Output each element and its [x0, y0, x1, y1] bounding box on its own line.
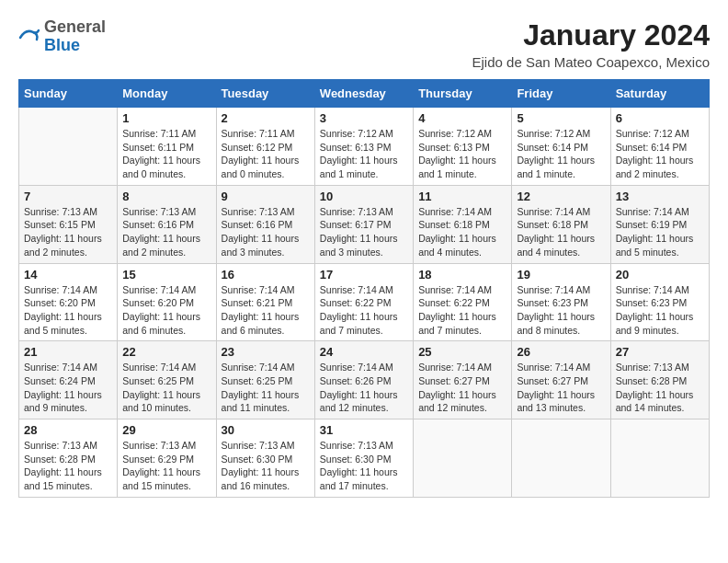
day-number: 18	[418, 268, 506, 282]
day-info: Sunrise: 7:13 AMSunset: 6:28 PMDaylight:…	[616, 361, 704, 415]
day-number: 16	[222, 268, 310, 282]
day-info: Sunrise: 7:14 AMSunset: 6:21 PMDaylight:…	[222, 283, 310, 338]
table-row: 18Sunrise: 7:14 AMSunset: 6:22 PMDayligh…	[414, 263, 512, 341]
day-info: Sunrise: 7:14 AMSunset: 6:23 PMDaylight:…	[616, 283, 704, 338]
month-title: January 2024	[472, 18, 710, 52]
table-row: 13Sunrise: 7:14 AMSunset: 6:19 PMDayligh…	[610, 185, 709, 263]
table-row: 16Sunrise: 7:14 AMSunset: 6:21 PMDayligh…	[216, 263, 314, 341]
day-number: 6	[616, 111, 704, 125]
logo-icon	[18, 27, 40, 49]
day-info: Sunrise: 7:14 AMSunset: 6:18 PMDaylight:…	[418, 205, 506, 259]
day-number: 20	[616, 268, 704, 282]
table-row: 5Sunrise: 7:12 AMSunset: 6:14 PMDaylight…	[512, 108, 610, 186]
logo: General Blue	[18, 18, 106, 55]
day-info: Sunrise: 7:14 AMSunset: 6:23 PMDaylight:…	[517, 283, 605, 338]
day-info: Sunrise: 7:13 AMSunset: 6:28 PMDaylight:…	[24, 439, 112, 493]
title-section: January 2024 Ejido de San Mateo Coapexco…	[472, 18, 710, 70]
calendar-table: Sunday Monday Tuesday Wednesday Thursday…	[18, 79, 710, 498]
day-info: Sunrise: 7:13 AMSunset: 6:29 PMDaylight:…	[122, 439, 210, 493]
day-info: Sunrise: 7:11 AMSunset: 6:11 PMDaylight:…	[122, 127, 210, 181]
day-info: Sunrise: 7:13 AMSunset: 6:16 PMDaylight:…	[122, 205, 210, 259]
day-info: Sunrise: 7:13 AMSunset: 6:30 PMDaylight:…	[320, 439, 408, 493]
table-row	[610, 419, 709, 498]
calendar-week-row: 28Sunrise: 7:13 AMSunset: 6:28 PMDayligh…	[19, 419, 710, 498]
table-row: 9Sunrise: 7:13 AMSunset: 6:16 PMDaylight…	[216, 185, 314, 263]
table-row: 7Sunrise: 7:13 AMSunset: 6:15 PMDaylight…	[19, 185, 118, 263]
table-row: 4Sunrise: 7:12 AMSunset: 6:13 PMDaylight…	[414, 108, 512, 186]
col-sunday: Sunday	[19, 80, 118, 108]
day-info: Sunrise: 7:13 AMSunset: 6:16 PMDaylight:…	[222, 205, 310, 259]
table-row: 31Sunrise: 7:13 AMSunset: 6:30 PMDayligh…	[314, 419, 413, 498]
day-info: Sunrise: 7:12 AMSunset: 6:14 PMDaylight:…	[517, 127, 605, 181]
calendar-week-row: 14Sunrise: 7:14 AMSunset: 6:20 PMDayligh…	[19, 263, 710, 341]
table-row: 27Sunrise: 7:13 AMSunset: 6:28 PMDayligh…	[610, 341, 709, 419]
table-row: 29Sunrise: 7:13 AMSunset: 6:29 PMDayligh…	[118, 419, 216, 498]
table-row: 2Sunrise: 7:11 AMSunset: 6:12 PMDaylight…	[216, 108, 314, 186]
logo-text: General Blue	[44, 18, 106, 55]
day-number: 13	[616, 190, 704, 203]
table-row: 30Sunrise: 7:13 AMSunset: 6:30 PMDayligh…	[216, 419, 314, 498]
table-row: 6Sunrise: 7:12 AMSunset: 6:14 PMDaylight…	[610, 108, 709, 186]
day-info: Sunrise: 7:13 AMSunset: 6:15 PMDaylight:…	[24, 205, 112, 259]
day-number: 3	[320, 111, 408, 125]
calendar-week-row: 1Sunrise: 7:11 AMSunset: 6:11 PMDaylight…	[19, 108, 710, 186]
day-number: 10	[320, 190, 408, 203]
table-row: 10Sunrise: 7:13 AMSunset: 6:17 PMDayligh…	[314, 185, 413, 263]
day-info: Sunrise: 7:14 AMSunset: 6:22 PMDaylight:…	[418, 283, 506, 338]
day-number: 12	[517, 190, 605, 203]
table-row	[19, 108, 118, 186]
day-info: Sunrise: 7:14 AMSunset: 6:19 PMDaylight:…	[616, 205, 704, 259]
day-number: 24	[320, 345, 408, 359]
day-number: 27	[616, 345, 704, 359]
day-info: Sunrise: 7:14 AMSunset: 6:27 PMDaylight:…	[517, 361, 605, 415]
day-number: 11	[418, 190, 506, 203]
table-row: 28Sunrise: 7:13 AMSunset: 6:28 PMDayligh…	[19, 419, 118, 498]
day-info: Sunrise: 7:14 AMSunset: 6:27 PMDaylight:…	[418, 361, 506, 415]
day-number: 28	[24, 423, 112, 437]
day-info: Sunrise: 7:11 AMSunset: 6:12 PMDaylight:…	[222, 127, 310, 181]
day-number: 21	[24, 345, 112, 359]
col-monday: Monday	[118, 80, 216, 108]
day-number: 15	[122, 268, 210, 282]
day-number: 5	[517, 111, 605, 125]
day-info: Sunrise: 7:13 AMSunset: 6:17 PMDaylight:…	[320, 205, 408, 259]
table-row: 11Sunrise: 7:14 AMSunset: 6:18 PMDayligh…	[414, 185, 512, 263]
logo-blue: Blue	[44, 37, 106, 55]
logo-general: General	[44, 18, 106, 37]
day-number: 30	[222, 423, 310, 437]
col-saturday: Saturday	[610, 80, 709, 108]
day-info: Sunrise: 7:14 AMSunset: 6:22 PMDaylight:…	[320, 283, 408, 338]
day-number: 26	[517, 345, 605, 359]
table-row	[512, 419, 610, 498]
day-number: 29	[122, 423, 210, 437]
table-row: 15Sunrise: 7:14 AMSunset: 6:20 PMDayligh…	[118, 263, 216, 341]
day-info: Sunrise: 7:14 AMSunset: 6:20 PMDaylight:…	[122, 283, 210, 338]
day-info: Sunrise: 7:14 AMSunset: 6:26 PMDaylight:…	[320, 361, 408, 415]
day-info: Sunrise: 7:14 AMSunset: 6:25 PMDaylight:…	[122, 361, 210, 415]
day-number: 31	[320, 423, 408, 437]
day-info: Sunrise: 7:12 AMSunset: 6:13 PMDaylight:…	[320, 127, 408, 181]
day-info: Sunrise: 7:13 AMSunset: 6:30 PMDaylight:…	[222, 439, 310, 493]
table-row: 8Sunrise: 7:13 AMSunset: 6:16 PMDaylight…	[118, 185, 216, 263]
col-friday: Friday	[512, 80, 610, 108]
day-number: 9	[222, 190, 310, 203]
day-info: Sunrise: 7:12 AMSunset: 6:14 PMDaylight:…	[616, 127, 704, 181]
day-number: 7	[24, 190, 112, 203]
table-row: 21Sunrise: 7:14 AMSunset: 6:24 PMDayligh…	[19, 341, 118, 419]
day-info: Sunrise: 7:12 AMSunset: 6:13 PMDaylight:…	[418, 127, 506, 181]
table-row: 25Sunrise: 7:14 AMSunset: 6:27 PMDayligh…	[414, 341, 512, 419]
table-row: 14Sunrise: 7:14 AMSunset: 6:20 PMDayligh…	[19, 263, 118, 341]
day-number: 25	[418, 345, 506, 359]
page-header: General Blue January 2024 Ejido de San M…	[18, 18, 710, 70]
col-tuesday: Tuesday	[216, 80, 314, 108]
table-row: 22Sunrise: 7:14 AMSunset: 6:25 PMDayligh…	[118, 341, 216, 419]
table-row: 23Sunrise: 7:14 AMSunset: 6:25 PMDayligh…	[216, 341, 314, 419]
table-row	[414, 419, 512, 498]
day-info: Sunrise: 7:14 AMSunset: 6:18 PMDaylight:…	[517, 205, 605, 259]
table-row: 20Sunrise: 7:14 AMSunset: 6:23 PMDayligh…	[610, 263, 709, 341]
table-row: 26Sunrise: 7:14 AMSunset: 6:27 PMDayligh…	[512, 341, 610, 419]
location-title: Ejido de San Mateo Coapexco, Mexico	[472, 54, 710, 70]
day-number: 23	[222, 345, 310, 359]
day-number: 22	[122, 345, 210, 359]
day-info: Sunrise: 7:14 AMSunset: 6:24 PMDaylight:…	[24, 361, 112, 415]
